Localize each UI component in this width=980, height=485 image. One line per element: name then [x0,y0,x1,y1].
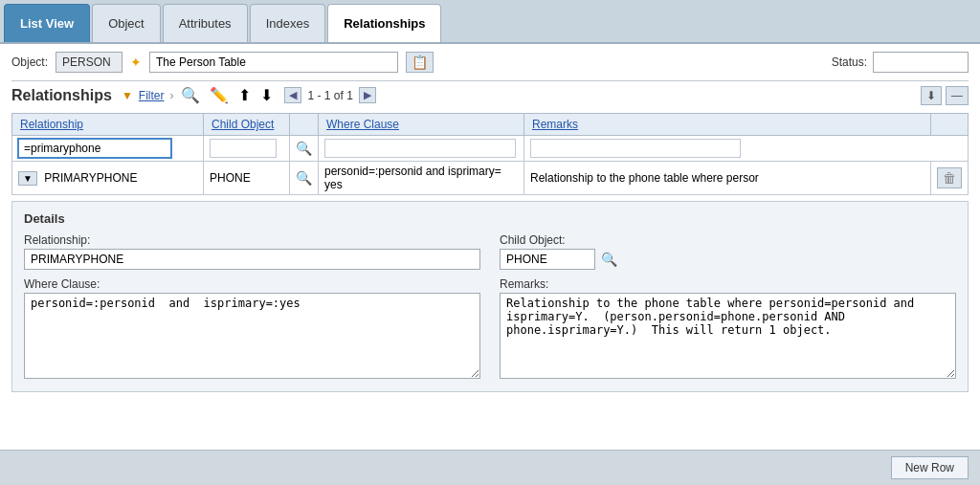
status-label: Status: [832,55,867,69]
details-where-clause-textarea[interactable]: personid=:personid and isprimary=:yes [24,293,480,379]
object-label: Object: [11,55,48,69]
bottom-bar: New Row [0,450,980,485]
book-icon-button[interactable]: 📋 [406,52,434,73]
export-icon: ⬇ [926,89,936,102]
tab-object[interactable]: Object [92,4,161,42]
editing-child-object-input[interactable] [210,139,277,158]
row-where-value: personid=:personid and isprimary= yes [324,165,501,191]
new-row-button[interactable]: New Row [891,456,969,479]
navigation-arrows: ◀ 1 - 1 of 1 ▶ [284,87,375,103]
main-content: Object: PERSON ✦ 📋 Status: Relationships… [0,44,980,485]
details-title: Details [24,211,956,226]
col-header-child-object[interactable]: Child Object [204,114,290,136]
editing-remarks-cell [524,136,969,162]
page-info: 1 - 1 of 1 [307,89,352,102]
down-toolbar-icon[interactable]: ⬇ [258,85,275,105]
details-left-col: Relationship: Where Clause: personid=:pe… [24,233,480,382]
status-section: Status: [832,52,969,73]
row-remarks-cell: Relationship to the phone table where pe… [524,162,931,195]
next-icon: ▶ [364,89,371,100]
tab-indexes[interactable]: Indexes [250,4,326,42]
book-icon: 📋 [412,55,428,70]
editing-search-cell: 🔍 [290,136,319,162]
col-header-action [931,114,969,136]
editing-remarks-input[interactable] [530,139,741,158]
collapse-button[interactable]: — [946,86,969,105]
child-object-row: 🔍 [500,249,956,270]
editing-relationship-cell [12,136,204,162]
editing-where-input[interactable] [324,139,516,158]
relationships-title: Relationships [11,87,112,104]
person-table-input[interactable] [149,52,398,73]
details-grid: Relationship: Where Clause: personid=:pe… [24,233,956,382]
required-star-icon: ✦ [130,55,142,70]
expand-row-button[interactable]: ▼ [18,171,37,186]
minus-icon: — [951,89,963,102]
table-header-row: Relationship Child Object Where Clause R… [12,114,969,136]
col-header-remarks[interactable]: Remarks [524,114,931,136]
details-remarks-label: Remarks: [500,277,956,291]
relationships-table: Relationship Child Object Where Clause R… [11,113,969,195]
row-search-cell: 🔍 [290,162,319,195]
details-relationship-label: Relationship: [24,233,480,247]
col-header-relationship[interactable]: Relationship [12,114,204,136]
object-value: PERSON [56,52,122,73]
status-input[interactable] [873,52,969,73]
col-header-where-clause[interactable]: Where Clause [319,114,524,136]
details-child-search-icon[interactable]: 🔍 [601,252,617,267]
new-row-label: New Row [905,461,954,474]
right-toolbar: ⬇ — [921,86,969,105]
tab-relationships[interactable]: Relationships [327,4,441,42]
details-section: Details Relationship: Where Clause: pers… [11,201,969,392]
object-row: Object: PERSON ✦ 📋 Status: [11,52,969,73]
tab-bar: List View Object Attributes Indexes Rela… [0,0,980,44]
details-child-object-input[interactable] [500,249,595,270]
tab-attributes[interactable]: Attributes [163,4,248,42]
search-toolbar-icon[interactable]: 🔍 [179,85,202,105]
table-row: ▼ PRIMARYPHONE PHONE 🔍 personid=:personi… [12,162,969,195]
edit-toolbar-icon[interactable]: ✏️ [208,85,231,105]
export-button[interactable]: ⬇ [921,86,942,105]
table-row-editing: 🔍 [12,136,969,162]
details-where-clause-label: Where Clause: [24,277,480,291]
prev-icon: ◀ [289,89,297,100]
row-delete-cell: 🗑 [931,162,969,195]
col-header-search [290,114,319,136]
delete-row-button[interactable]: 🗑 [937,167,962,188]
editing-child-object-cell [204,136,290,162]
breadcrumb-arrow-icon: › [169,89,173,102]
row-remarks-value: Relationship to the phone table where pe… [530,171,759,185]
details-right-col: Child Object: 🔍 Remarks: Relationship to… [500,233,956,382]
details-child-object-label: Child Object: [500,233,956,247]
tab-list-view[interactable]: List View [4,4,90,42]
row-child-object-value: PHONE [210,171,251,185]
up-toolbar-icon[interactable]: ⬆ [236,85,253,105]
filter-arrow-icon: ▼ [122,89,133,102]
next-page-button[interactable]: ▶ [359,87,376,103]
editing-where-cell [319,136,524,162]
editing-search-icon[interactable]: 🔍 [296,141,312,156]
row-where-cell: personid=:personid and isprimary= yes [319,162,524,195]
filter-button[interactable]: Filter [139,89,165,102]
editing-relationship-input[interactable] [18,139,171,158]
row-search-icon[interactable]: 🔍 [296,170,312,186]
details-remarks-textarea[interactable]: Relationship to the phone table where pe… [500,293,956,379]
prev-page-button[interactable]: ◀ [284,87,301,103]
relationships-bar: Relationships ▼ Filter › 🔍 ✏️ ⬆ ⬇ ◀ 1 - … [11,80,969,109]
row-child-object-cell: PHONE [204,162,290,195]
details-relationship-input[interactable] [24,249,480,270]
row-relationship-cell: ▼ PRIMARYPHONE [12,162,204,195]
row-relationship-value: PRIMARYPHONE [44,171,137,185]
